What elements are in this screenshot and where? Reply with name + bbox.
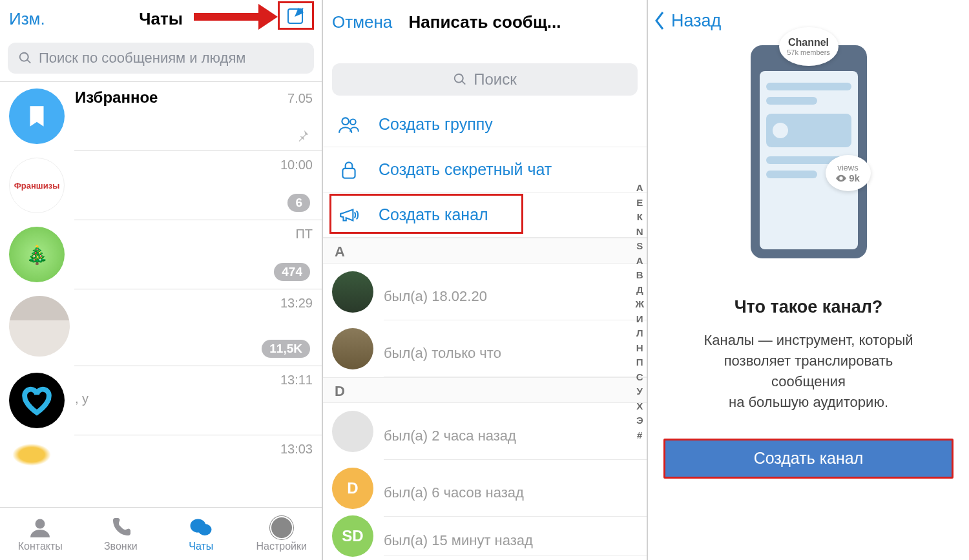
index-letter[interactable]: К <box>635 210 644 225</box>
compose-button[interactable] <box>278 1 314 30</box>
chat-time: ПТ <box>295 227 313 242</box>
tab-contacts[interactable]: Контакты <box>0 508 81 560</box>
contact-row[interactable]: был(а) 2 часа назад <box>323 403 647 460</box>
group-icon <box>338 114 360 136</box>
svg-point-1 <box>36 519 45 528</box>
contact-status: был(а) 6 часов назад <box>384 484 647 501</box>
header-title: Написать сообщ... <box>409 12 561 32</box>
index-letter[interactable]: Х <box>635 399 644 414</box>
chat-time: 13:29 <box>280 296 313 311</box>
create-channel-button[interactable]: Создать канал <box>663 439 953 479</box>
channel-question: Что такое канал? <box>648 297 969 317</box>
index-letter[interactable]: И <box>635 312 644 327</box>
index-letter[interactable]: П <box>635 355 644 370</box>
create-secret-label: Создать секретный чат <box>379 160 552 179</box>
svg-point-4 <box>342 118 349 125</box>
search-placeholder: Поиск <box>474 70 517 88</box>
megaphone-icon <box>338 204 360 226</box>
alphabet-index[interactable]: АЕКNSАВДЖИЛНПСУХЭ# <box>635 181 644 442</box>
chat-row[interactable]: Избранное7.05 <box>0 82 322 150</box>
avatar: Франшизы <box>9 158 65 213</box>
avatar <box>332 411 373 452</box>
index-letter[interactable]: # <box>635 428 644 443</box>
contact-status: был(а) 18.02.20 <box>384 288 647 305</box>
chevron-left-icon <box>653 10 667 32</box>
create-group-button[interactable]: Создать группу <box>323 102 647 147</box>
avatar: D <box>332 468 373 509</box>
avatar <box>332 271 373 313</box>
chat-row[interactable]: 13:03 <box>0 435 322 474</box>
unread-badge: 11,5K <box>262 340 310 358</box>
index-letter[interactable]: Д <box>635 283 644 298</box>
illustration-bubble-channel: Channel 57k members <box>779 27 839 66</box>
svg-point-3 <box>198 524 212 535</box>
contact-row[interactable]: D был(а) 6 часов назад <box>323 460 647 517</box>
chat-time: 13:03 <box>280 442 313 457</box>
contact-row[interactable]: был(а) только что <box>323 320 647 377</box>
tab-bar: Контакты Звонки Чаты Настройки <box>0 507 322 560</box>
chat-row[interactable]: 🎄 ПТ 474 <box>0 220 322 289</box>
index-letter[interactable]: Л <box>635 326 644 341</box>
svg-point-5 <box>350 119 356 125</box>
channel-intro-screen: Назад Channel 57k members views 9k Что т… <box>648 0 969 560</box>
unread-badge: 474 <box>274 263 310 281</box>
compose-icon <box>286 5 306 26</box>
settings-avatar-icon <box>270 516 293 539</box>
chat-row[interactable]: 13:11, у <box>0 366 322 435</box>
section-header: D <box>323 377 647 403</box>
annotation-arrow <box>194 6 278 26</box>
index-letter[interactable]: А <box>635 181 644 196</box>
chat-row[interactable]: 13:29 11,5K <box>0 289 322 366</box>
contact-row[interactable]: SD был(а) 15 минут назад <box>323 517 647 555</box>
avatar: 🎄 <box>9 227 65 282</box>
back-label: Назад <box>671 11 721 31</box>
index-letter[interactable]: Е <box>635 196 644 211</box>
avatar <box>9 296 70 357</box>
create-channel-label: Создать канал <box>379 205 488 224</box>
create-channel-button[interactable]: Создать канал <box>323 192 647 238</box>
contact-status: был(а) 2 часа назад <box>384 428 647 444</box>
header-title: Чаты <box>139 9 183 29</box>
index-letter[interactable]: В <box>635 268 644 283</box>
channel-illustration: Channel 57k members views 9k <box>751 45 867 258</box>
avatar: SD <box>332 515 373 557</box>
back-button[interactable]: Назад <box>653 10 721 32</box>
chats-screen: Изм. Чаты Поиск по сообщениям и людям Из… <box>0 0 323 560</box>
index-letter[interactable]: Ж <box>635 297 644 312</box>
index-letter[interactable]: N <box>635 225 644 240</box>
search-icon <box>453 72 467 87</box>
contact-status: был(а) только что <box>384 345 647 362</box>
chat-row[interactable]: Франшизы 10:00 6 <box>0 151 322 220</box>
index-letter[interactable]: А <box>635 254 644 269</box>
index-letter[interactable]: С <box>635 370 644 385</box>
create-secret-chat-button[interactable]: Создать секретный чат <box>323 147 647 192</box>
chat-time: 13:11 <box>280 373 313 388</box>
edit-button[interactable]: Изм. <box>9 9 45 29</box>
pin-icon <box>296 129 310 143</box>
index-letter[interactable]: Н <box>635 341 644 356</box>
create-group-label: Создать группу <box>379 115 493 134</box>
unread-badge: 6 <box>287 194 310 212</box>
tab-chats[interactable]: Чаты <box>161 508 242 560</box>
search-placeholder: Поиск по сообщениям и людям <box>39 50 245 67</box>
chat-time: 7.05 <box>287 91 313 106</box>
tab-calls[interactable]: Звонки <box>81 508 162 560</box>
index-letter[interactable]: Э <box>635 413 644 428</box>
header: Изм. Чаты <box>0 0 322 37</box>
chat-name: Избранное <box>75 88 158 107</box>
illustration-bubble-views: views 9k <box>826 155 871 191</box>
contact-row[interactable]: был(а) 18.02.20 <box>323 264 647 320</box>
search-icon <box>18 51 32 65</box>
avatar <box>9 442 54 468</box>
avatar-bookmark <box>9 88 65 144</box>
cancel-button[interactable]: Отмена <box>332 12 392 32</box>
header: Отмена Написать сообщ... <box>323 0 647 44</box>
index-letter[interactable]: У <box>635 384 644 399</box>
index-letter[interactable]: S <box>635 239 644 254</box>
search-input[interactable]: Поиск по сообщениям и людям <box>8 43 314 74</box>
avatar <box>332 328 373 369</box>
search-input[interactable]: Поиск <box>332 63 638 96</box>
tab-settings[interactable]: Настройки <box>242 508 322 560</box>
channel-description: Каналы — инструмент, который позволяет т… <box>667 330 950 413</box>
section-header: A <box>323 238 647 264</box>
